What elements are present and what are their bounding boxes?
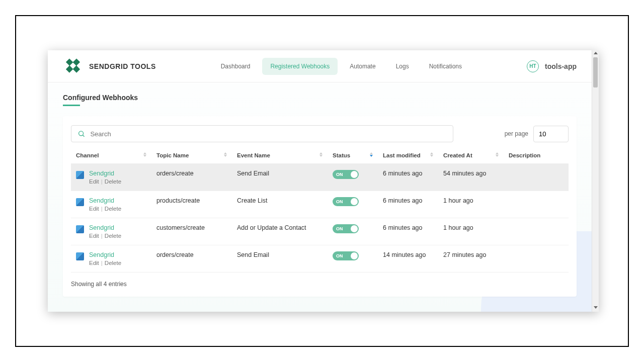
avatar: HT	[527, 60, 539, 72]
cell-last-modified: 6 minutes ago	[378, 218, 438, 245]
delete-link[interactable]: Delete	[105, 233, 121, 239]
sort-icon	[370, 152, 373, 157]
title-underline	[63, 105, 80, 106]
channel-icon	[76, 252, 84, 260]
table-footer-text: Showing all 4 entries	[71, 281, 569, 288]
cell-event: Add or Update a Contact	[232, 218, 328, 245]
table-row[interactable]: SendgridEdit|Deleteproducts/createCreate…	[71, 191, 569, 218]
webhooks-card: per page Channel Topic Name	[63, 116, 577, 297]
delete-link[interactable]: Delete	[105, 206, 121, 212]
primary-nav: Dashboard Registered Webhooks Automate L…	[156, 58, 527, 75]
sort-icon	[496, 152, 499, 157]
toggle-knob	[351, 198, 358, 205]
col-channel[interactable]: Channel	[71, 147, 151, 164]
cell-last-modified: 14 minutes ago	[378, 245, 438, 273]
svg-point-5	[79, 131, 84, 136]
nav-registered-webhooks[interactable]: Registered Webhooks	[262, 58, 338, 75]
app-header: SENDGRID TOOLS Dashboard Registered Webh…	[48, 50, 592, 82]
cell-topic: orders/create	[151, 245, 232, 273]
search-input[interactable]	[90, 130, 447, 138]
status-toggle[interactable]: ON	[333, 197, 359, 206]
per-page-label: per page	[505, 130, 528, 137]
sort-icon	[319, 152, 323, 157]
nav-logs[interactable]: Logs	[388, 58, 417, 75]
cell-last-modified: 6 minutes ago	[378, 164, 438, 191]
cell-created-at: 27 minutes ago	[438, 245, 504, 273]
scroll-up-icon[interactable]	[594, 52, 598, 54]
vertical-scrollbar[interactable]	[592, 50, 599, 312]
cell-description	[504, 218, 569, 245]
cell-event: Send Email	[232, 245, 328, 273]
delete-link[interactable]: Delete	[105, 178, 121, 185]
edit-link[interactable]: Edit	[89, 178, 99, 185]
sort-icon	[430, 152, 433, 157]
col-topic-name[interactable]: Topic Name	[151, 147, 232, 164]
channel-link[interactable]: Sendgrid	[89, 197, 121, 204]
svg-line-6	[83, 135, 84, 137]
table-row[interactable]: SendgridEdit|Deleteorders/createSend Ema…	[71, 164, 569, 191]
table-row[interactable]: SendgridEdit|Deleteorders/createSend Ema…	[71, 245, 569, 273]
sort-icon	[143, 152, 146, 157]
cell-topic: products/create	[151, 191, 232, 218]
cell-created-at: 54 minutes ago	[438, 164, 504, 191]
edit-link[interactable]: Edit	[89, 260, 99, 266]
user-name: tools-app	[545, 62, 577, 70]
webhooks-table: Channel Topic Name Event Name	[71, 147, 569, 273]
toggle-knob	[351, 252, 358, 259]
cell-event: Send Email	[232, 164, 328, 191]
status-toggle[interactable]: ON	[333, 251, 359, 260]
cell-last-modified: 6 minutes ago	[378, 191, 438, 218]
cell-description	[504, 191, 569, 218]
scroll-thumb[interactable]	[593, 57, 598, 87]
channel-icon	[76, 198, 84, 206]
toggle-knob	[351, 225, 358, 232]
toggle-knob	[351, 171, 358, 178]
nav-notifications[interactable]: Notifications	[421, 58, 470, 75]
page-title: Configured Webhooks	[63, 94, 577, 102]
channel-link[interactable]: Sendgrid	[89, 224, 121, 231]
scroll-down-icon[interactable]	[594, 306, 598, 309]
col-created-at[interactable]: Created At	[438, 147, 504, 164]
delete-link[interactable]: Delete	[105, 260, 121, 266]
status-toggle[interactable]: ON	[333, 170, 359, 179]
cell-description	[504, 164, 569, 191]
cell-description	[504, 245, 569, 273]
cell-created-at: 1 hour ago	[438, 218, 504, 245]
cell-event: Create List	[232, 191, 328, 218]
col-event-name[interactable]: Event Name	[232, 147, 328, 164]
nav-dashboard[interactable]: Dashboard	[213, 58, 259, 75]
table-row[interactable]: SendgridEdit|Deletecustomers/createAdd o…	[71, 218, 569, 245]
channel-icon	[76, 171, 84, 179]
cell-topic: orders/create	[151, 164, 232, 191]
per-page-input[interactable]	[533, 126, 569, 142]
edit-link[interactable]: Edit	[89, 233, 99, 239]
col-last-modified[interactable]: Last modified	[378, 147, 438, 164]
search-icon	[77, 130, 85, 138]
channel-link[interactable]: Sendgrid	[89, 170, 121, 177]
cell-created-at: 1 hour ago	[438, 191, 504, 218]
status-toggle[interactable]: ON	[333, 224, 359, 233]
app-window: SENDGRID TOOLS Dashboard Registered Webh…	[48, 50, 599, 312]
cell-topic: customers/create	[151, 218, 232, 245]
channel-icon	[76, 225, 84, 233]
col-status[interactable]: Status	[328, 147, 378, 164]
nav-automate[interactable]: Automate	[342, 58, 383, 75]
channel-link[interactable]: Sendgrid	[89, 251, 121, 258]
user-menu[interactable]: HT tools-app	[527, 60, 577, 72]
sort-icon	[224, 152, 227, 157]
col-description[interactable]: Description	[504, 147, 569, 164]
search-box[interactable]	[71, 125, 453, 142]
edit-link[interactable]: Edit	[89, 206, 99, 212]
brand-logo-icon	[63, 56, 83, 76]
brand-name: SENDGRID TOOLS	[89, 62, 156, 70]
